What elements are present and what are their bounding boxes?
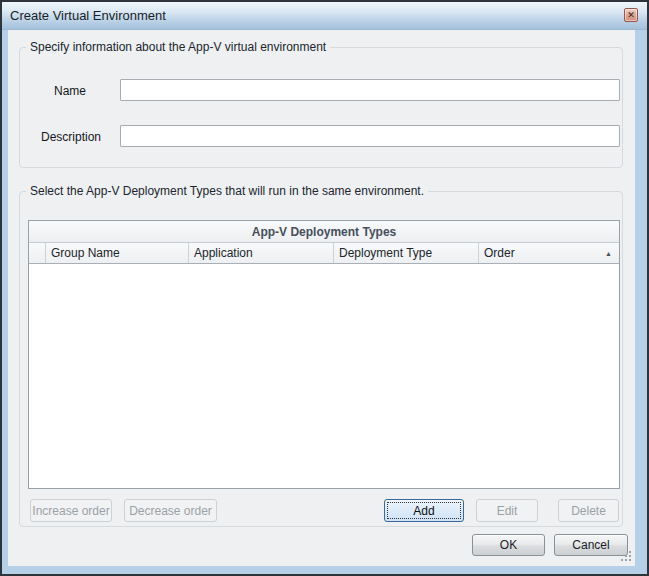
name-label: Name bbox=[54, 84, 86, 98]
edit-button: Edit bbox=[476, 499, 538, 522]
name-input[interactable] bbox=[120, 79, 620, 101]
resize-grip[interactable] bbox=[629, 559, 631, 561]
info-group: Specify information about the App-V virt… bbox=[19, 47, 623, 168]
table-body-empty[interactable] bbox=[29, 264, 619, 488]
deployment-types-group: Select the App-V Deployment Types that w… bbox=[19, 191, 623, 527]
description-label: Description bbox=[41, 130, 101, 144]
table-title: App-V Deployment Types bbox=[29, 221, 619, 243]
table-header-row: Group Name Application Deployment Type O… bbox=[29, 243, 619, 264]
close-button[interactable]: ✕ bbox=[624, 8, 638, 22]
dialog-client-area: Specify information about the App-V virt… bbox=[8, 30, 635, 566]
delete-button: Delete bbox=[558, 499, 619, 522]
column-header-application[interactable]: Application bbox=[189, 243, 334, 263]
decrease-order-button: Decrease order bbox=[124, 499, 217, 522]
cancel-button[interactable]: Cancel bbox=[554, 534, 628, 556]
deployment-types-table: App-V Deployment Types Group Name Applic… bbox=[28, 220, 620, 489]
column-header-order[interactable]: Order ▲ bbox=[479, 243, 619, 263]
column-header-order-label: Order bbox=[484, 246, 515, 260]
deployment-types-group-legend: Select the App-V Deployment Types that w… bbox=[26, 184, 428, 198]
dialog-window: Create Virtual Environment ✕ Specify inf… bbox=[0, 0, 649, 576]
sort-ascending-icon: ▲ bbox=[605, 243, 612, 263]
window-title: Create Virtual Environment bbox=[10, 2, 166, 30]
ok-button[interactable]: OK bbox=[472, 534, 545, 556]
title-bar[interactable]: Create Virtual Environment ✕ bbox=[2, 2, 647, 30]
close-icon: ✕ bbox=[627, 11, 635, 20]
info-group-legend: Specify information about the App-V virt… bbox=[26, 40, 330, 54]
description-input[interactable] bbox=[120, 125, 620, 147]
increase-order-button: Increase order bbox=[30, 499, 112, 522]
column-header-group-name[interactable]: Group Name bbox=[46, 243, 189, 263]
column-header-deployment-type[interactable]: Deployment Type bbox=[334, 243, 479, 263]
add-button[interactable]: Add bbox=[384, 499, 464, 522]
column-header-row-selector[interactable] bbox=[29, 243, 46, 263]
